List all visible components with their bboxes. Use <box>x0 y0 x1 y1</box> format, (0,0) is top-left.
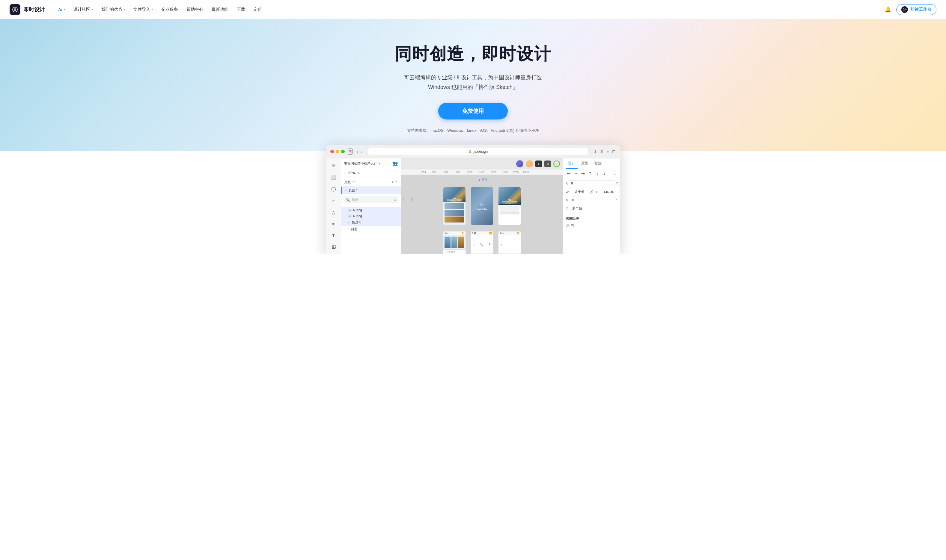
android-link[interactable]: Android(安卓) <box>491 128 514 133</box>
maximize-dot[interactable] <box>341 150 345 153</box>
nav-item-enterprise[interactable]: 企业服务 <box>158 5 182 14</box>
chevron-down-icon: ▾ <box>379 162 380 165</box>
nav-item-pricing[interactable]: 定价 <box>250 5 265 14</box>
align-left-icon[interactable]: ⇤ <box>566 171 572 176</box>
nav-item-new[interactable]: 最新功能 <box>208 5 232 14</box>
ruler-mark: 1800 <box>523 171 529 174</box>
y-input[interactable] <box>619 180 620 186</box>
canvas-left-ruler: -200 -100 <box>402 184 414 202</box>
book-people-label: 🏛️ People Walking <box>477 203 488 210</box>
layer-item[interactable]: 🖼 6.jpeg <box>341 213 401 219</box>
ruler-mark: 1400 <box>478 171 485 174</box>
back-icon[interactable]: ‹ <box>357 149 358 154</box>
close-dot[interactable] <box>330 150 334 153</box>
align-center-h-icon[interactable]: ↔ <box>573 171 579 176</box>
workspace-button[interactable]: 前往工作台 <box>896 4 937 15</box>
nav-item-community-label: 设计社区 <box>73 7 90 12</box>
align-top-icon[interactable]: ⇡ <box>587 171 593 176</box>
logo-area[interactable]: 即时设计 <box>9 4 45 15</box>
ruler-mark: 1600 <box>502 171 508 174</box>
mobile-status-bars: 9:41 📶 云读免费谷 我的书架 书店商城 <box>443 231 521 254</box>
layer-item[interactable]: 🖼 6.jpeg <box>341 207 401 213</box>
align-bottom-icon[interactable]: ⇣ <box>602 171 608 176</box>
ruler-mark: 1500 <box>491 171 496 174</box>
nav-item-ai[interactable]: Ai ▾ <box>54 5 69 14</box>
mobile-preview-3: 9:41 📶 ‹ <box>498 231 521 254</box>
project-selector[interactable]: 书籍阅读类小程序设计 ▾ <box>344 161 380 166</box>
lock-ratio-icon[interactable]: 🔗 <box>590 190 594 194</box>
forward-icon[interactable]: › <box>361 149 363 154</box>
play-button[interactable]: ▶ <box>536 160 542 167</box>
frame-tool-icon[interactable]: ◯ <box>329 184 338 194</box>
menu-icon[interactable]: ☰ <box>329 161 338 170</box>
chevron-down-icon: ▾ <box>151 8 153 11</box>
back-icon[interactable]: ‹ <box>473 242 475 247</box>
xy-row: X Y <box>566 180 617 186</box>
notification-bell-icon[interactable]: 🔔 <box>883 5 893 14</box>
goto-component-icon[interactable]: ↗ <box>566 223 569 228</box>
diamond-icon: ◆ <box>478 179 480 182</box>
time-label: 9:41 <box>444 232 449 234</box>
sidebar-toggle-icon[interactable]: ⊞ <box>348 149 352 154</box>
distribute-icon[interactable]: ⠿ <box>611 171 617 176</box>
back-icon-3[interactable]: ‹ <box>501 242 502 247</box>
signal-icons: 📶 <box>461 232 464 234</box>
layer-item[interactable]: □ 矩形 8 <box>341 219 401 226</box>
add-page-icon[interactable]: + <box>392 180 394 185</box>
flip-v-icon[interactable]: ↕ <box>616 198 617 202</box>
zoom-in-button[interactable]: + <box>357 171 360 175</box>
nav-item-ai-label: Ai <box>58 7 62 12</box>
design-canvas[interactable]: ▶ ⊟ ✓ 854 968 1082 1184 1300 1400 1500 1… <box>401 158 563 254</box>
search-icon[interactable]: 🔍 <box>480 243 483 246</box>
page-item[interactable]: ✓ 页面 1 <box>341 186 401 194</box>
mini-book-preview <box>451 237 457 248</box>
download-icon[interactable]: ⬇ <box>594 149 597 154</box>
share-icon[interactable]: ⬆ <box>600 149 604 154</box>
zoom-out-button[interactable]: − <box>344 171 347 175</box>
align-center-v-icon[interactable]: ↕ <box>594 171 600 176</box>
image-layer-icon: 🖼 <box>348 208 351 212</box>
layer-item-cover[interactable]: › 封面 <box>341 226 401 233</box>
corner-radius-row: ⊡ 多个值 <box>566 205 617 211</box>
nav-item-community[interactable]: 设计社区 ▾ <box>70 5 97 14</box>
tabs-icon[interactable]: ⊡ <box>612 149 616 154</box>
nav-item-download[interactable]: 下载 <box>233 5 249 14</box>
tab-prototype[interactable]: 原型 <box>579 158 591 169</box>
add-tab-icon[interactable]: + <box>607 149 609 154</box>
navbar: 即时设计 Ai ▾ 设计社区 ▾ 我们的优势 ▾ 文件导入 ▾ 企业服务 帮助中… <box>0 0 946 19</box>
nav-item-pricing-label: 定价 <box>253 7 262 12</box>
x-input[interactable] <box>569 180 614 186</box>
user-avatar-1 <box>516 160 523 168</box>
pages-header: 页数：1 + ⌃ <box>341 178 401 186</box>
text-tool-icon[interactable]: T <box>329 231 338 240</box>
align-right-icon[interactable]: ⇥ <box>580 171 586 176</box>
cursor-icon[interactable]: ⬜ <box>329 172 338 182</box>
cta-button[interactable]: 免费使用 <box>438 103 508 120</box>
wh-row: W 多个值 🔗 H 146.34 <box>566 189 617 195</box>
tab-annotation[interactable]: 标注 <box>592 158 604 169</box>
right-panel-align-toolbar: ⇤ ↔ ⇥ ⇡ ↕ ⇣ ⠿ <box>563 169 620 178</box>
minimize-dot[interactable] <box>336 150 339 153</box>
search-icon: 🔍 <box>346 198 350 202</box>
canvas-main-area[interactable]: -200 -100 ◆ 整页 <box>401 175 563 254</box>
nav-item-help[interactable]: 帮助中心 <box>183 5 207 14</box>
browser-url-bar[interactable]: 🔒 js.design <box>368 148 588 155</box>
expand-pages-icon[interactable]: ⌃ <box>395 180 398 185</box>
image-tool-icon[interactable]: 🖼 <box>329 243 338 252</box>
present-button[interactable]: ⊟ <box>544 160 551 167</box>
shape-tool-icon[interactable]: △ <box>329 208 338 217</box>
vector-tool-icon[interactable]: ✒ <box>329 219 338 229</box>
workspace-logo-icon <box>901 6 908 13</box>
tab-design[interactable]: 设计 <box>566 158 578 169</box>
flip-h-icon[interactable]: ↔ <box>611 198 614 202</box>
pen-tool-icon[interactable]: ∕ <box>329 196 338 205</box>
user-avatar-2 <box>526 160 533 168</box>
nav-item-advantages[interactable]: 我们的优势 ▾ <box>98 5 129 14</box>
share-icon-mobile[interactable]: ↗ <box>488 243 491 246</box>
panel-top-bar: 书籍阅读类小程序设计 ▾ 👥 <box>341 158 401 168</box>
hero-platforms: 支持网页端、macOS、Windows、Linux、iOS、Android(安卓… <box>407 128 539 133</box>
filter-icon[interactable]: ≡ <box>394 198 396 202</box>
search-placeholder: 搜索... <box>352 198 361 202</box>
detach-instance-icon[interactable]: ⊟ <box>570 223 574 228</box>
nav-item-import[interactable]: 文件导入 ▾ <box>130 5 156 14</box>
